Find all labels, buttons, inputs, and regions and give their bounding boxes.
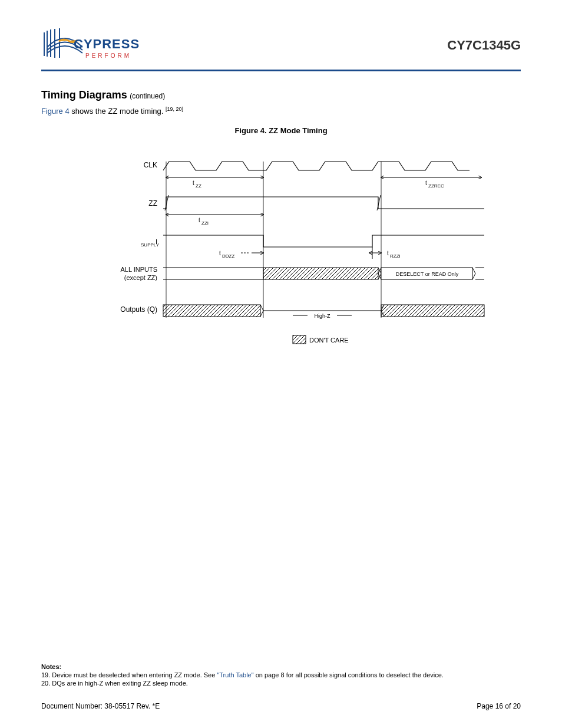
notes-block: Notes: 19. Device must be deselected whe… (41, 663, 521, 687)
t-zz-sub: ZZ (196, 183, 201, 189)
page-footer: Document Number: 38-05517 Rev. *E Page 1… (41, 702, 521, 710)
t-zz-label: t (193, 180, 194, 186)
page-header: CYPRESS PERFORM CY7C1345G (41, 24, 521, 67)
cypress-logo: CYPRESS PERFORM (41, 24, 147, 67)
svg-rect-22 (263, 268, 378, 279)
part-number: CY7C1345G (447, 38, 521, 53)
t-rzzi-label: t (387, 250, 389, 256)
section-title: Timing Diagrams (41, 89, 127, 101)
doc-number: Document Number: 38-05517 Rev. *E (41, 702, 160, 710)
figure-link[interactable]: Figure 4 (41, 107, 70, 116)
section-continued: (continued) (130, 92, 165, 100)
svg-text:PERFORM: PERFORM (85, 52, 131, 59)
page-number: Page 16 of 20 (477, 702, 521, 710)
signal-clk: CLK (144, 161, 157, 169)
svg-line-12 (165, 195, 168, 210)
t-ddzz-label: t (219, 250, 221, 256)
signal-zz: ZZ (148, 199, 157, 207)
highz-text: High-Z (314, 313, 330, 319)
svg-text:SUPPLY: SUPPLY (141, 242, 160, 248)
svg-rect-31 (293, 335, 306, 344)
t-ddzz-sub: DDZZ (222, 253, 234, 259)
dontcare-text: DON'T CARE (309, 337, 349, 344)
signal-allinputs1: ALL INPUTS (120, 266, 157, 273)
svg-line-13 (377, 195, 381, 210)
signal-allinputs2: (except ZZ) (124, 274, 157, 281)
intro-text: Figure 4 shows the ZZ mode timing. [19, … (41, 106, 521, 116)
figure-caption: Figure 4. ZZ Mode Timing (41, 126, 521, 135)
t-rzzi-sub: RZZI (390, 253, 401, 259)
timing-diagram: CLK t ZZ t ZZREC ZZ t ZZI I SUPPLY (41, 141, 521, 353)
signal-outputs: Outputs (Q) (120, 305, 157, 314)
svg-rect-26 (163, 305, 260, 317)
truth-table-link[interactable]: "Truth Table" (217, 671, 253, 678)
svg-text:CYPRESS: CYPRESS (74, 37, 140, 51)
t-zzi-label: t (199, 217, 200, 223)
t-zzrec-sub: ZZREC (428, 183, 444, 189)
notes-heading: Notes: (41, 663, 521, 670)
t-zzi-sub: ZZI (201, 220, 209, 226)
header-rule (41, 70, 521, 71)
svg-rect-30 (381, 305, 484, 317)
deselect-text: DESELECT or READ Only (396, 271, 459, 277)
t-zzrec-label: t (425, 180, 427, 186)
